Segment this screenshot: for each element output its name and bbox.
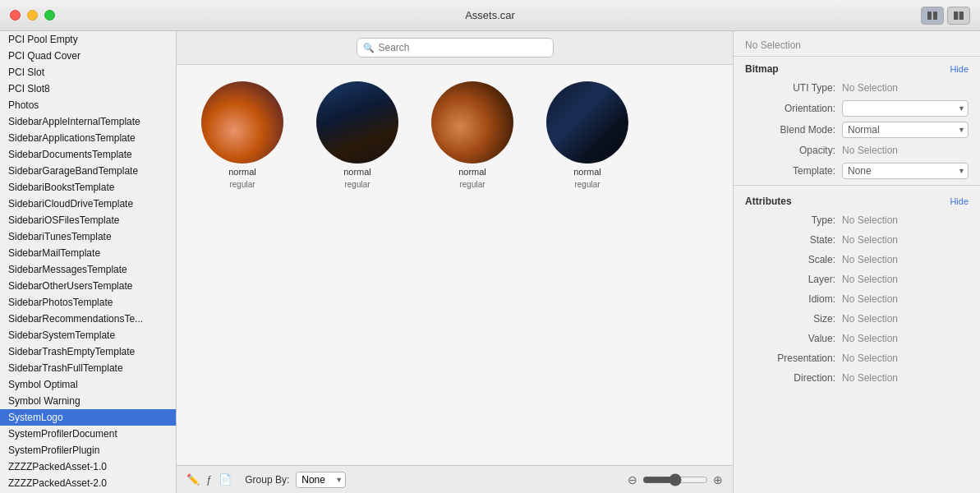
attr-value-3: No Selection bbox=[842, 274, 968, 285]
asset-item-2[interactable]: normalregular bbox=[423, 81, 522, 189]
sidebar-item-26[interactable]: ZZZZPackedAsset-1.0 bbox=[0, 458, 176, 475]
sidebar-item-1[interactable]: PCI Quad Cover bbox=[0, 48, 176, 64]
no-selection-label: No Selection bbox=[745, 39, 801, 51]
blend-mode-select[interactable]: Normal bbox=[842, 122, 968, 138]
attr-label-8: Direction: bbox=[745, 372, 835, 384]
asset-sub-2: regular bbox=[459, 180, 485, 189]
attributes-hide-button[interactable]: Hide bbox=[950, 196, 968, 206]
blend-mode-select-wrapper: Normal ▼ bbox=[842, 122, 968, 138]
asset-item-0[interactable]: normalregular bbox=[193, 81, 292, 189]
view-toggle-group bbox=[921, 7, 970, 25]
close-button[interactable] bbox=[10, 10, 21, 21]
attr-label-3: Layer: bbox=[745, 274, 835, 285]
sidebar-item-21[interactable]: Symbol Optimal bbox=[0, 376, 176, 393]
title-bar: Assets.car bbox=[0, 0, 980, 31]
uti-type-label: UTI Type: bbox=[745, 82, 835, 94]
attr-row-2: Scale:No Selection bbox=[734, 250, 980, 270]
sidebar-item-27[interactable]: ZZZZPackedAsset-2.0 bbox=[0, 475, 176, 491]
bitmap-title: Bitmap bbox=[745, 63, 779, 75]
attr-value-1: No Selection bbox=[842, 234, 968, 246]
attr-label-5: Size: bbox=[745, 313, 835, 325]
bottom-icons: ✏️ ƒ 📄 bbox=[186, 473, 232, 486]
attr-label-2: Scale: bbox=[745, 254, 835, 265]
sidebar-item-13[interactable]: SidebarMailTemplate bbox=[0, 245, 176, 261]
sidebar-item-25[interactable]: SystemProfilerPlugin bbox=[0, 442, 176, 458]
minimize-button[interactable] bbox=[27, 10, 38, 21]
sidebar-item-12[interactable]: SidebariTunesTemplate bbox=[0, 228, 176, 245]
sidebar-item-7[interactable]: SidebarDocumentsTemplate bbox=[0, 146, 176, 163]
svg-rect-0 bbox=[927, 12, 932, 20]
asset-image-container-0 bbox=[193, 81, 292, 164]
sidebar: PCI Pool EmptyPCI Quad CoverPCI SlotPCI … bbox=[0, 31, 177, 493]
orientation-select[interactable] bbox=[842, 100, 968, 117]
sidebar-item-20[interactable]: SidebarTrashFullTemplate bbox=[0, 360, 176, 376]
sidebar-item-24[interactable]: SystemProfilerDocument bbox=[0, 426, 176, 442]
sidebar-item-15[interactable]: SidebarOtherUsersTemplate bbox=[0, 278, 176, 294]
sidebar-item-11[interactable]: SidebariOSFilesTemplate bbox=[0, 212, 176, 228]
template-select[interactable]: None bbox=[842, 163, 968, 179]
template-label: Template: bbox=[745, 165, 835, 177]
attr-label-4: Idiom: bbox=[745, 293, 835, 305]
template-row: Template: None ▼ bbox=[734, 160, 980, 182]
asset-circle-0 bbox=[201, 81, 283, 164]
attr-value-5: No Selection bbox=[842, 313, 968, 325]
asset-name-1: normal bbox=[343, 167, 371, 177]
main-content: PCI Pool EmptyPCI Quad CoverPCI SlotPCI … bbox=[0, 31, 980, 493]
asset-item-3[interactable]: normalregular bbox=[538, 81, 637, 189]
attr-row-5: Size:No Selection bbox=[734, 309, 980, 329]
asset-image-container-3 bbox=[538, 81, 637, 164]
template-select-wrapper: None ▼ bbox=[842, 163, 968, 179]
single-view-button[interactable] bbox=[947, 7, 970, 25]
assets-grid: normalregularnormalregularnormalregularn… bbox=[177, 65, 733, 465]
single-view-icon bbox=[953, 10, 964, 21]
sidebar-item-8[interactable]: SidebarGarageBandTemplate bbox=[0, 163, 176, 179]
group-by-select[interactable]: None Name Type State bbox=[296, 472, 346, 488]
attr-row-8: Direction:No Selection bbox=[734, 368, 980, 388]
zoom-controls: ⊖ ⊕ bbox=[628, 473, 723, 486]
sidebar-item-19[interactable]: SidebarTrashEmptyTemplate bbox=[0, 343, 176, 360]
search-bar: 🔍 bbox=[177, 31, 733, 65]
sidebar-item-6[interactable]: SidebarApplicationsTemplate bbox=[0, 130, 176, 146]
sidebar-item-22[interactable]: Symbol Warning bbox=[0, 393, 176, 409]
sidebar-item-16[interactable]: SidebarPhotosTemplate bbox=[0, 294, 176, 311]
opacity-value: No Selection bbox=[842, 145, 968, 156]
sidebar-item-3[interactable]: PCI Slot8 bbox=[0, 81, 176, 97]
asset-item-1[interactable]: normalregular bbox=[308, 81, 407, 189]
sidebar-item-9[interactable]: SidebariBookstTemplate bbox=[0, 179, 176, 196]
asset-image-container-1 bbox=[308, 81, 407, 164]
sidebar-item-2[interactable]: PCI Slot bbox=[0, 64, 176, 81]
sidebar-item-23[interactable]: SystemLogo bbox=[0, 409, 176, 426]
sidebar-item-5[interactable]: SidebarAppleInternalTemplate bbox=[0, 113, 176, 130]
asset-sub-0: regular bbox=[229, 180, 255, 189]
orientation-select-wrapper: ▼ bbox=[842, 100, 968, 117]
sidebar-item-4[interactable]: Photos bbox=[0, 97, 176, 113]
split-view-button[interactable] bbox=[921, 7, 944, 25]
zoom-slider[interactable] bbox=[642, 473, 708, 486]
attributes-title: Attributes bbox=[745, 196, 792, 207]
attr-value-4: No Selection bbox=[842, 293, 968, 305]
sidebar-item-14[interactable]: SidebarMessagesTemplate bbox=[0, 261, 176, 278]
sidebar-item-10[interactable]: SidebariCloudDriveTemplate bbox=[0, 196, 176, 212]
search-input[interactable] bbox=[357, 38, 554, 58]
uti-type-row: UTI Type: No Selection bbox=[734, 78, 980, 98]
maximize-button[interactable] bbox=[44, 10, 55, 21]
pencil-icon[interactable]: ✏️ bbox=[186, 473, 200, 486]
attr-row-1: State:No Selection bbox=[734, 230, 980, 250]
attr-row-7: Presentation:No Selection bbox=[734, 348, 980, 368]
orientation-row: Orientation: ▼ bbox=[734, 98, 980, 119]
window-controls bbox=[10, 10, 55, 21]
function-icon[interactable]: ƒ bbox=[206, 473, 212, 486]
divider-1 bbox=[734, 185, 980, 186]
opacity-row: Opacity: No Selection bbox=[734, 141, 980, 160]
sidebar-item-18[interactable]: SidebarSystemTemplate bbox=[0, 327, 176, 343]
sidebar-item-0[interactable]: PCI Pool Empty bbox=[0, 31, 176, 48]
right-panel: No Selection Bitmap Hide UTI Type: No Se… bbox=[734, 31, 980, 493]
attr-value-0: No Selection bbox=[842, 214, 968, 226]
bitmap-hide-button[interactable]: Hide bbox=[950, 64, 968, 74]
document-icon[interactable]: 📄 bbox=[219, 473, 232, 486]
attr-value-6: No Selection bbox=[842, 333, 968, 344]
attr-row-4: Idiom:No Selection bbox=[734, 289, 980, 309]
sidebar-item-17[interactable]: SidebarRecommendationsTe... bbox=[0, 311, 176, 327]
opacity-label: Opacity: bbox=[745, 145, 835, 156]
asset-image-container-2 bbox=[423, 81, 522, 164]
